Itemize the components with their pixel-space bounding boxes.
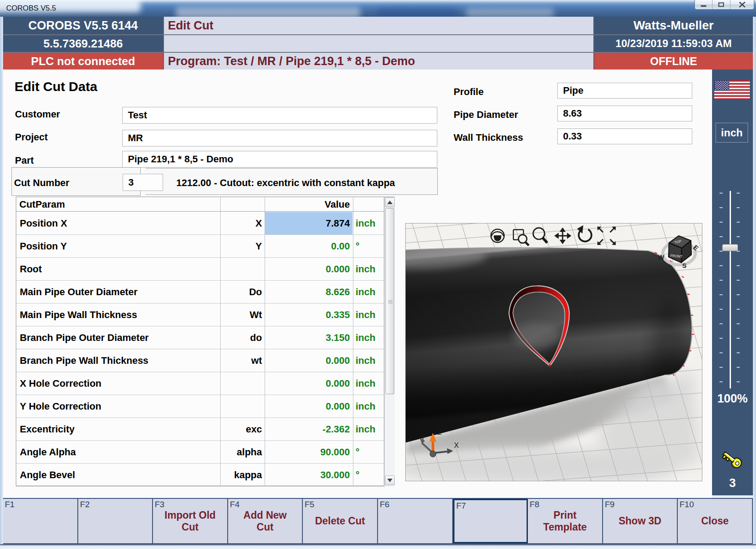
svg-text:FRONT: FRONT <box>670 254 683 259</box>
svg-text:S: S <box>682 262 687 269</box>
svg-text:W: W <box>658 253 665 261</box>
svg-text:Y: Y <box>421 434 425 441</box>
svg-text:Z: Z <box>437 428 442 436</box>
svg-text:E: E <box>692 243 700 252</box>
svg-text:X: X <box>454 442 459 449</box>
